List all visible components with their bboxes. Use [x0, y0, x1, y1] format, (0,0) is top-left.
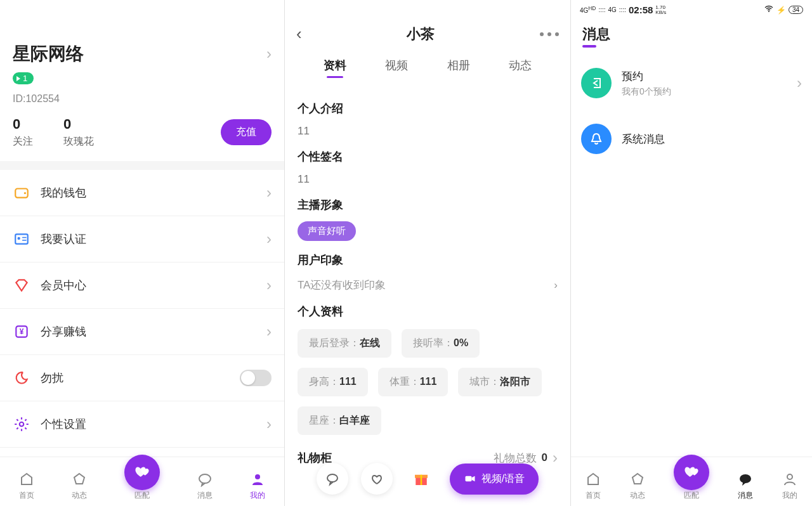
svg-point-17 [740, 474, 751, 483]
msg-system[interactable]: 系统消息 [571, 111, 812, 167]
svg-text:¥: ¥ [20, 327, 24, 336]
profile-header-row[interactable]: 星际网络 › [13, 42, 272, 66]
tab-video[interactable]: 视频 [383, 54, 410, 77]
hearts-icon [124, 455, 160, 490]
gift-button[interactable] [405, 463, 437, 495]
recharge-button[interactable]: 充值 [221, 119, 272, 145]
nav-msg[interactable]: 消息 [197, 471, 213, 501]
chip-weight: 体重：111 [378, 368, 449, 396]
signature-value: 11 [298, 173, 558, 186]
user-title: 小茶 [407, 25, 435, 44]
tab-album[interactable]: 相册 [445, 54, 473, 77]
wifi-icon [764, 4, 774, 16]
id-card-icon [13, 230, 30, 248]
profile-name: 星际网络 [13, 42, 84, 66]
chat-button[interactable] [317, 463, 348, 495]
menu-verify[interactable]: 我要认证 › [0, 216, 284, 263]
appointment-title: 预约 [622, 69, 787, 84]
charging-icon: ⚡ [776, 6, 786, 15]
svg-point-3 [18, 237, 20, 240]
nav-match[interactable]: 匹配 [124, 455, 160, 501]
page-title: 消息 [571, 17, 812, 45]
action-bar: 视频/语音 [285, 463, 570, 495]
detail-heading: 个人资料 [298, 304, 558, 319]
back-button[interactable]: ‹ [296, 24, 302, 44]
user-id: ID:102554 [13, 93, 272, 105]
svg-rect-14 [421, 475, 422, 485]
diamond-icon [13, 276, 30, 294]
msg-appointment[interactable]: 预约 我有0个预约 › [571, 55, 812, 111]
intro-heading: 个人介绍 [298, 101, 558, 116]
call-button[interactable]: 视频/语音 [450, 464, 539, 495]
moon-icon [13, 369, 30, 387]
menu-dnd: 勿扰 [0, 355, 284, 401]
compass-icon [71, 471, 88, 488]
tab-feed[interactable]: 动态 [506, 54, 534, 77]
battery-icon: 34 [789, 6, 803, 14]
menu-share[interactable]: ¥ 分享赚钱 › [0, 309, 284, 355]
dnd-toggle[interactable] [240, 370, 272, 386]
chip-login: 最后登录：在线 [298, 329, 391, 358]
screen-profile: 星际网络 › 1 ID:102554 0 关注 0 玫瑰花 充值 我的钱包 › [0, 0, 285, 506]
nav-feed[interactable]: 动态 [629, 471, 646, 501]
svg-rect-2 [15, 234, 28, 243]
intro-value: 11 [298, 125, 558, 138]
divider [0, 161, 284, 170]
compass-icon [629, 471, 646, 488]
nav-me[interactable]: 我的 [782, 471, 798, 501]
svg-point-16 [768, 11, 769, 12]
more-button[interactable] [540, 32, 559, 36]
stat-follows[interactable]: 0 关注 [13, 116, 33, 148]
impression-heading: 用户印象 [298, 252, 558, 268]
nav-feed[interactable]: 动态 [71, 471, 88, 501]
signal-icon: 4G [608, 6, 617, 13]
impression-row[interactable]: TA还没有收到印象 › [298, 278, 558, 292]
home-icon [18, 471, 35, 488]
chevron-right-icon: › [266, 415, 272, 433]
svg-point-11 [327, 474, 337, 482]
clock: 02:58 [629, 4, 653, 15]
tab-info[interactable]: 资料 [321, 54, 349, 77]
svg-point-10 [255, 474, 260, 479]
nav-home[interactable]: 首页 [18, 471, 35, 501]
person-icon [249, 471, 266, 488]
nav-match[interactable]: 匹配 [674, 455, 709, 501]
screen-messages: 4GHD :::: 4G :::: 02:58 1.70KB/s ⚡ 34 消息… [571, 0, 812, 506]
nav-msg[interactable]: 消息 [737, 471, 754, 501]
svg-point-1 [24, 192, 26, 194]
chat-icon [197, 471, 213, 488]
anchor-tag: 声音好听 [298, 221, 356, 241]
chevron-right-icon: › [266, 45, 272, 63]
profile-tabs: 资料 视频 相册 动态 [285, 50, 570, 83]
chip-answer: 接听率：0% [402, 329, 480, 358]
chevron-right-icon: › [797, 74, 802, 92]
menu-wallet[interactable]: 我的钱包 › [0, 170, 284, 216]
impression-empty: TA还没有收到印象 [298, 278, 386, 292]
menu-style[interactable]: 个性设置 › [0, 401, 284, 448]
bottom-nav: 首页 动态 匹配 消息 我的 [0, 457, 284, 506]
anchor-heading: 主播形象 [298, 197, 558, 212]
menu-vip[interactable]: 会员中心 › [0, 263, 284, 309]
svg-point-18 [787, 474, 792, 479]
home-icon [585, 471, 601, 488]
signal-icon: 4GHD [580, 5, 596, 14]
svg-rect-4 [22, 237, 27, 238]
chevron-right-icon: › [266, 230, 272, 248]
svg-rect-5 [22, 240, 27, 241]
like-button[interactable] [361, 463, 393, 495]
status-bar: 4GHD :::: 4G :::: 02:58 1.70KB/s ⚡ 34 [571, 0, 812, 17]
chat-icon [737, 471, 754, 488]
bottom-nav: 首页 动态 匹配 消息 我的 [571, 457, 812, 506]
stat-roses[interactable]: 0 玫瑰花 [63, 116, 94, 148]
chevron-right-icon: › [266, 184, 272, 202]
nav-home[interactable]: 首页 [585, 471, 601, 501]
chip-sign: 星座：白羊座 [298, 406, 381, 435]
svg-point-8 [20, 422, 24, 427]
system-title: 系统消息 [622, 132, 802, 146]
wallet-icon [13, 184, 30, 202]
money-icon: ¥ [13, 323, 30, 341]
nav-me[interactable]: 我的 [249, 471, 266, 501]
person-icon [782, 471, 798, 488]
screen-user-detail: ‹ 小茶 资料 视频 相册 动态 个人介绍 11 个性签名 11 主播形象 声音… [285, 0, 571, 506]
chevron-right-icon: › [554, 279, 558, 292]
